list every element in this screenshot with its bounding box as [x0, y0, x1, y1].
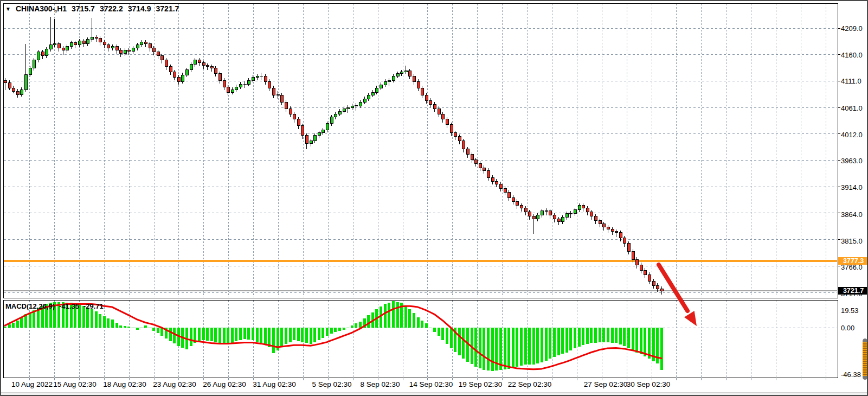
macd-hist-bar [367, 315, 370, 328]
macd-hist-bar [136, 328, 139, 330]
macd-hist-bar [243, 328, 246, 339]
macd-indicator-label: MACD(12,26,9) -41.35 -29.71 [5, 302, 104, 310]
candle-down [214, 68, 217, 74]
macd-hist-bar [343, 328, 345, 330]
candle-up [91, 37, 93, 40]
macd-hist-bar [29, 312, 31, 328]
candle-up [359, 102, 362, 106]
candle-up [190, 65, 192, 70]
candle-down [495, 181, 498, 184]
macd-hist-bar [487, 328, 490, 371]
macd-hist-bar [491, 328, 494, 371]
macd-hist-bar [474, 328, 477, 367]
candle-up [404, 71, 407, 72]
candle-up [185, 70, 188, 75]
candle-down [487, 170, 490, 177]
macd-hist-bar [127, 327, 130, 328]
macd-hist-bar [99, 314, 101, 328]
macd-hist-bar [326, 328, 329, 336]
macd-hist-bar [247, 328, 250, 340]
candle-down [62, 48, 65, 50]
candle-down [466, 149, 469, 155]
candle-down [557, 219, 560, 222]
candle-down [421, 88, 423, 95]
candle-up [66, 47, 68, 50]
macd-hist-bar [91, 309, 93, 328]
macd-hist-bar [318, 328, 320, 340]
candle-down [474, 160, 477, 164]
candle-down [462, 141, 465, 149]
vertical-scrollbar-thumb[interactable] [863, 338, 867, 380]
price-axis-label: 3963.0 [841, 157, 863, 165]
candle-up [578, 206, 581, 210]
candle-down [512, 197, 515, 201]
candle-up [396, 73, 399, 76]
macd-hist-bar [512, 328, 515, 368]
price-axis-label: 3815.0 [841, 237, 863, 245]
macd-hist-bar [210, 328, 213, 341]
macd-hist-bar [429, 328, 432, 328]
macd-hist-bar [20, 317, 23, 328]
candle-down [553, 215, 556, 219]
macd-pane [3, 300, 838, 378]
macd-hist-bar [504, 328, 506, 369]
candle-down [223, 80, 226, 87]
macd-hist-bar [173, 328, 176, 343]
price-axis-label: 3864.0 [841, 210, 863, 218]
macd-hist-bar [149, 328, 151, 328]
candle-up [322, 130, 324, 133]
macd-hist-bar [144, 325, 147, 328]
macd-hist-bar [280, 328, 283, 347]
macd-hist-bar [619, 328, 622, 344]
macd-hist-bar [313, 328, 316, 342]
candle-up [86, 40, 89, 44]
candle-down [516, 201, 518, 206]
macd-hist-bar [227, 328, 229, 344]
macd-hist-bar [86, 308, 89, 328]
chart-canvas[interactable] [1, 1, 868, 396]
candle-down [429, 100, 432, 104]
time-axis-label: 26 Aug 02:30 [203, 380, 246, 388]
candle-up [541, 211, 543, 215]
macd-hist-bar [458, 328, 461, 355]
macd-hist-bar [119, 325, 122, 328]
candle-up [343, 108, 345, 111]
candle-down [16, 91, 19, 94]
macd-hist-bar [627, 328, 630, 348]
candle-up [45, 49, 48, 56]
candle-down [305, 136, 308, 144]
macd-hist-bar [569, 328, 572, 350]
candle-down [289, 108, 292, 114]
candle-down [479, 163, 481, 168]
candle-down [623, 238, 626, 244]
macd-hist-bar [421, 321, 423, 328]
candle-down [454, 133, 456, 137]
macd-hist-bar [607, 328, 609, 342]
candle-down [218, 73, 221, 80]
macd-hist-bar [140, 328, 143, 328]
macd-hist-bar [438, 328, 440, 336]
macd-hist-bar [417, 317, 420, 328]
candle-up [29, 68, 31, 75]
window-bottom-strip [1, 392, 868, 396]
candle-down [285, 102, 287, 108]
macd-hist-bar [359, 322, 362, 328]
ohlc-open: 3715.7 [72, 4, 95, 13]
candle-down [635, 259, 638, 265]
dropdown-arrow-icon[interactable]: ▼ [5, 6, 11, 12]
candle-up [318, 133, 320, 136]
macd-hist-bar [322, 328, 324, 338]
candle-down [198, 60, 201, 63]
candle-down [57, 44, 60, 48]
candle-up [536, 215, 539, 219]
candle-down [202, 63, 205, 66]
candle-down [611, 229, 614, 232]
macd-name: MACD(12,26,9) [5, 302, 55, 310]
candle-down [107, 45, 110, 48]
macd-hist-bar [334, 328, 337, 332]
macd-hist-bar [561, 328, 564, 354]
macd-hist-bar [310, 328, 312, 344]
macd-hist-bar [602, 328, 605, 342]
macd-hist-bar [396, 302, 399, 328]
macd-hist-bar [408, 309, 411, 328]
